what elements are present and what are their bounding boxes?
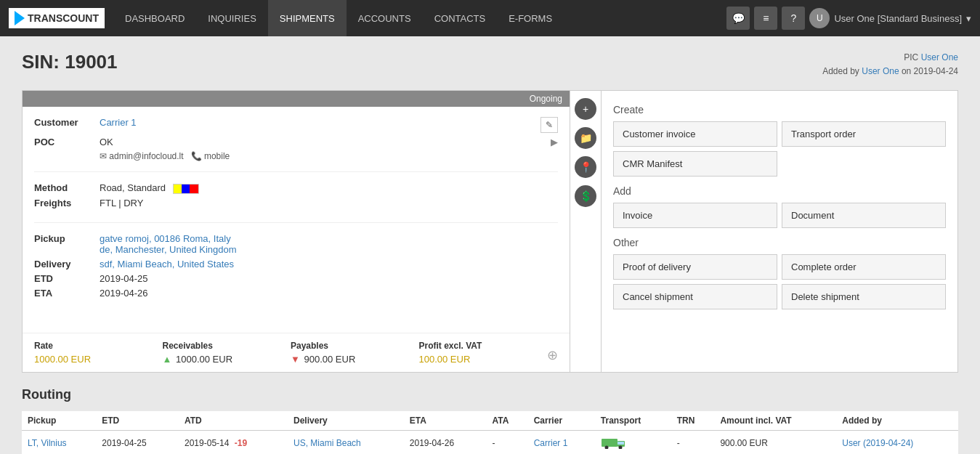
routing-thead: Pickup ETD ATD Delivery ETA ATA Carrier … [22, 411, 958, 431]
receivables-label: Receivables [163, 341, 284, 351]
nav-inquiries[interactable]: INQUIRIES [196, 0, 267, 36]
pickup-row: Pickup gatve romoj, 00186 Roma, Italy de… [34, 233, 558, 255]
page-header: SIN: 19001 PIC User One Added by User On… [22, 51, 958, 78]
customer-value: Carrier 1 [100, 117, 540, 128]
pickup-label: Pickup [34, 233, 100, 244]
transport-order-button[interactable]: Transport order [782, 121, 946, 147]
row-pickup-link[interactable]: LT, Vilnius [28, 438, 67, 448]
routing-title: Routing [22, 387, 958, 402]
method-row: Method Road, Standard [34, 182, 558, 194]
nav-contacts[interactable]: CONTACTS [423, 0, 498, 36]
invoice-button[interactable]: Invoice [613, 203, 777, 228]
poc-email[interactable]: admin@infocloud.lt [109, 151, 183, 161]
row-delivery: US, Miami Beach [288, 430, 404, 454]
document-button[interactable]: Document [782, 203, 946, 228]
customer-label: Customer [34, 117, 100, 128]
freights-label: Freights [34, 198, 100, 208]
payables-block: Payables ▼ 900.00 EUR [291, 341, 412, 365]
rate-value: 1000.00 EUR [34, 354, 155, 365]
payables-amount: 900.00 EUR [304, 354, 356, 365]
nav-dashboard[interactable]: DASHBOARD [113, 0, 196, 36]
add-financial-button[interactable]: ⊕ [547, 347, 558, 365]
pickup-link1[interactable]: gatve romoj, 00186 Roma, Italy [100, 233, 231, 244]
proof-of-delivery-button[interactable]: Proof of delivery [613, 254, 777, 280]
location-icon-button[interactable]: 📍 [575, 156, 596, 178]
freights-row: Freights FTL | DRY [34, 198, 558, 208]
method-road: Road, Standard [100, 182, 166, 193]
status-bar: Ongoing [23, 91, 570, 107]
svg-rect-0 [602, 439, 617, 447]
nav-links: DASHBOARD INQUIRIES SHIPMENTS ACCOUNTS C… [113, 0, 726, 36]
col-atd: ATD [179, 411, 288, 431]
row-eta: 2019-04-26 [404, 430, 487, 454]
row-added-by-link[interactable]: User (2019-04-24) [842, 438, 913, 448]
row-delivery-link[interactable]: US, Miami Beach [293, 438, 361, 448]
customer-row: Customer Carrier 1 ✎ [34, 117, 558, 133]
col-amount: Amount incl. VAT [714, 411, 836, 431]
eta-row: ETA 2019-04-26 [34, 288, 558, 299]
add-section-title: Add [613, 185, 946, 197]
customer-link[interactable]: Carrier 1 [100, 117, 137, 128]
customer-section: Customer Carrier 1 ✎ POC OK ▶ ✉ admin@in… [34, 117, 558, 172]
pic-user-link[interactable]: User One [921, 52, 958, 62]
row-carrier-link[interactable]: Carrier 1 [534, 438, 568, 448]
col-transport: Transport [595, 411, 671, 431]
chevron-down-icon: ▾ [966, 13, 971, 24]
pickup-link2[interactable]: de, Manchester, United Kingdom [100, 244, 237, 255]
page-meta: PIC User One Added by User One on 2019-0… [822, 51, 958, 78]
poc-row: POC OK ▶ [34, 137, 558, 147]
navigation: TRANSCOUNT DASHBOARD INQUIRIES SHIPMENTS… [0, 0, 980, 36]
receivables-block: Receivables ▲ 1000.00 EUR [163, 341, 284, 365]
edit-button[interactable]: ✎ [540, 117, 558, 133]
col-eta: ETA [404, 411, 487, 431]
nav-eforms[interactable]: E-FORMS [497, 0, 564, 36]
payables-label: Payables [291, 341, 412, 351]
list-icon-button[interactable]: ≡ [754, 7, 777, 30]
overdue-badge: -19 [235, 438, 247, 448]
poc-mobile: mobile [204, 151, 230, 161]
receivables-amount: 1000.00 EUR [176, 354, 232, 365]
nav-shipments[interactable]: SHIPMENTS [268, 0, 347, 36]
nav-accounts[interactable]: ACCOUNTS [347, 0, 423, 36]
delivery-link[interactable]: sdf, Miami Beach, United States [100, 259, 234, 269]
col-ata: ATA [487, 411, 528, 431]
down-arrow-icon: ▼ [291, 354, 300, 365]
logo[interactable]: TRANSCOUNT [0, 0, 113, 36]
left-panel: Ongoing Customer Carrier 1 ✎ POC OK [23, 91, 570, 372]
help-icon-button[interactable]: ? [782, 7, 805, 30]
dollar-icon-button[interactable]: 💲 [575, 185, 596, 207]
profit-value: 100.00 EUR [419, 354, 540, 365]
receivables-value: ▲ 1000.00 EUR [163, 354, 284, 365]
pickup-value: gatve romoj, 00186 Roma, Italy de, Manch… [100, 233, 558, 255]
plus-icon-button[interactable]: + [575, 98, 596, 120]
poc-indicator: ▶ [551, 137, 558, 147]
email-icon: ✉ [100, 151, 107, 161]
cancel-shipment-button[interactable]: Cancel shipment [613, 284, 777, 309]
added-date: on 2019-04-24 [902, 66, 958, 76]
row-ata: - [487, 430, 528, 454]
routing-header-row: Pickup ETD ATD Delivery ETA ATA Carrier … [22, 411, 958, 431]
delete-shipment-button[interactable]: Delete shipment [782, 284, 946, 309]
delivery-label: Delivery [34, 259, 100, 269]
cmr-manifest-button[interactable]: CMR Manifest [613, 151, 777, 177]
complete-order-button[interactable]: Complete order [782, 254, 946, 280]
row-carrier: Carrier 1 [528, 430, 595, 454]
rate-block: Rate 1000.00 EUR [34, 341, 155, 365]
truck-svg [601, 436, 627, 449]
method-value: Road, Standard [100, 182, 558, 194]
poc-contact: ✉ admin@infocloud.lt 📞 mobile [100, 151, 558, 161]
col-carrier: Carrier [528, 411, 595, 431]
pic-info: PIC User One [822, 51, 958, 65]
status-label: Ongoing [530, 94, 562, 104]
user-menu[interactable]: U User One [Standard Business] ▾ [809, 8, 971, 28]
added-by-user-link[interactable]: User One [862, 66, 899, 76]
user-name: User One [Standard Business] [834, 13, 962, 24]
delivery-value: sdf, Miami Beach, United States [100, 259, 558, 269]
col-delivery: Delivery [288, 411, 404, 431]
chat-icon-button[interactable]: 💬 [726, 7, 750, 30]
atd-date: 2019-05-14 [185, 438, 229, 448]
customer-invoice-button[interactable]: Customer invoice [613, 121, 777, 147]
row-trn: - [671, 430, 715, 454]
folder-icon-button[interactable]: 📁 [575, 127, 596, 149]
phone-icon: 📞 [191, 151, 202, 161]
